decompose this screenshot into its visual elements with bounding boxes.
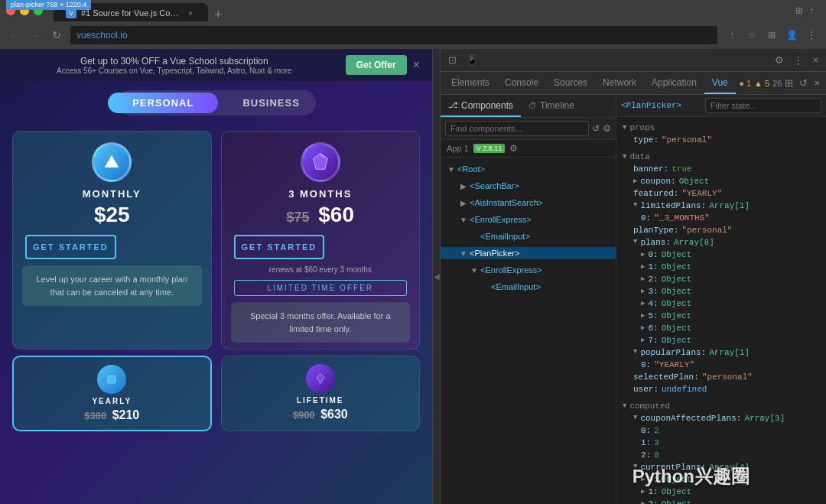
couponaffectedplans-expand[interactable]: ▼ (633, 414, 637, 421)
data-plans-4-row: ▶ 4: Object (623, 298, 820, 310)
devtools-close2-btn[interactable]: × (811, 76, 823, 90)
tree-item-aisinstantsearch[interactable]: ▶ <AisInstantSearch> (441, 194, 616, 211)
computed-expand-arrow: ▼ (623, 402, 626, 410)
yearly-plan-card[interactable]: YEARLY $300 $210 (12, 356, 212, 431)
data-selectedplan-val: "personal" (702, 372, 753, 382)
filter-state-input[interactable] (705, 98, 821, 113)
prop-type-val: "personal" (662, 135, 712, 145)
enroll1-tag: <EnrollExpress> (470, 215, 532, 224)
devtools-dock-btn[interactable]: ⊞ (782, 76, 796, 90)
forward-btn[interactable]: → (28, 28, 43, 43)
vue-component-tree-panel: ⎇ Components ⏱ Timeline ↺ ⚙ (441, 95, 616, 504)
props-label: props (629, 123, 655, 132)
url-bar[interactable]: vueschool.io (70, 26, 717, 44)
data-featured-val: "YEARLY" (681, 189, 722, 198)
data-banner-val: true (672, 164, 691, 174)
tree-item-enrollexpress2[interactable]: ▼ <EnrollExpress> (441, 262, 616, 278)
coupon-expand[interactable]: ▶ (633, 177, 637, 185)
devtools-device-btn[interactable]: 📱 (463, 53, 481, 67)
devtools-tab-elements[interactable]: Elements (444, 73, 497, 94)
limitedplans-expand[interactable]: ▼ (633, 201, 637, 209)
plans-expand[interactable]: ▼ (633, 238, 637, 245)
browser-window: V #1 Source for Vue.js Courses × + ⊞ ↑ ←… (0, 0, 826, 504)
devtools-tab-console[interactable]: Console (497, 73, 546, 94)
currentplans-expand[interactable]: ▼ (633, 463, 637, 470)
currentplans-type: Array[4] (709, 463, 750, 472)
data-popularplans-type: Array[1] (709, 348, 750, 357)
monthly-plan-card: MONTHLY $25 GET STARTED Level up your ca… (12, 131, 212, 350)
promo-main-text: Get up to 30% OFF a Vue School subscript… (12, 56, 337, 67)
personal-tab[interactable]: PERSONAL (108, 93, 218, 113)
devtools-more-btn[interactable]: ⋮ (790, 53, 806, 67)
extensions-icon[interactable]: ⊞ (763, 27, 780, 44)
data-plans-2-row: ▶ 2: Object (623, 273, 820, 285)
data-featured-key: featured: (633, 189, 678, 198)
monthly-plan-header: MONTHLY $25 (13, 132, 211, 235)
monthly-get-started-btn[interactable]: GET STARTED (25, 235, 116, 259)
couponaffectedplans-key: couponAffectedPlans: (640, 414, 741, 423)
devtools-inspect-btn[interactable]: ⊡ (445, 53, 460, 67)
searchbar-tag: <SearchBar> (470, 181, 519, 190)
devtools-refresh-btn[interactable]: ↺ (796, 76, 811, 90)
monthly-plan-icon (92, 142, 132, 182)
refresh-btn[interactable]: ↻ (49, 28, 64, 43)
tree-item-emailinput1[interactable]: <EmailInput> (441, 228, 616, 245)
vue-app-label: App 1 (447, 144, 469, 153)
computed-section: ▼ computed ▼ couponAffectedPlans: Array[… (623, 400, 820, 504)
business-tab[interactable]: BUSINESS (218, 93, 324, 113)
computed-currentplans-row: ▼ currentPlans: Array[4] (623, 461, 820, 473)
vue-timeline-tab[interactable]: ⏱ Timeline (521, 95, 582, 117)
bottom-plans-row: YEARLY $300 $210 LIFETIME (0, 356, 432, 437)
profile-icon[interactable]: 👤 (783, 27, 800, 44)
props-section: ▼ props type: "personal" (623, 122, 820, 146)
devtools-tab-sources[interactable]: Sources (546, 73, 595, 94)
menu-icon[interactable]: ⋮ (803, 27, 820, 44)
main-area: plan-picker 768 × 1220.4 Get up to 30% O… (0, 49, 826, 504)
devtools-collapse-handle[interactable]: ◀ (432, 49, 440, 504)
couponaffectedplans-type: Array[3] (744, 414, 785, 423)
promo-offer-btn[interactable]: Get Offer (346, 55, 407, 75)
data-plans-7-row: ▶ 7: Object (623, 334, 820, 346)
devtools-tab-vue[interactable]: Vue (704, 73, 736, 94)
lifetime-plan-price: $900 $630 (229, 408, 412, 421)
enroll2-tag: <EnrollExpress> (480, 265, 542, 275)
components-icon: ⎇ (448, 100, 458, 110)
promo-close-btn[interactable]: × (413, 58, 420, 72)
window-share-icon: ↑ (809, 5, 814, 16)
vue-app-row: App 1 V 2.6.11 ⚙ (441, 140, 616, 158)
new-tab-btn[interactable]: + (208, 7, 229, 23)
component-tree: ▼ <Root> ▶ <SearchBar> (441, 158, 616, 504)
devtools-settings-btn[interactable]: ⚙ (772, 53, 787, 67)
data-section-header: ▼ data (623, 151, 820, 163)
tree-item-searchbar[interactable]: ▶ <SearchBar> (441, 177, 616, 194)
couponaffected-1-row: 1: 3 (623, 437, 820, 449)
refresh-components-btn[interactable]: ↺ (592, 123, 600, 134)
nav-bar: ← → ↻ vueschool.io ↑ ☆ ⊞ 👤 ⋮ (0, 21, 826, 49)
back-btn[interactable]: ← (6, 28, 21, 43)
tree-item-root[interactable]: ▼ <Root> (441, 161, 616, 177)
popularplans-expand[interactable]: ▼ (633, 348, 637, 356)
find-components-input[interactable] (445, 121, 589, 136)
promo-sub-text: Access 56+ Courses on Vue, Typescript, T… (12, 67, 337, 75)
devtools-tab-application[interactable]: Application (644, 73, 704, 94)
tab-close-btn[interactable]: × (185, 8, 196, 18)
tree-item-enrollexpress1[interactable]: ▼ <EnrollExpress> (441, 211, 616, 228)
tree-item-emailinput2[interactable]: <EmailInput> (441, 278, 616, 295)
devtools-close-btn[interactable]: × (809, 53, 821, 67)
computed-label: computed (629, 402, 670, 411)
data-section: ▼ data banner: true ▶ coupon: Object (623, 151, 820, 395)
breadcrumb-component: <PlanPicker> (621, 101, 681, 110)
tree-item-planpicker[interactable]: ▼ <PlanPicker> (441, 245, 616, 262)
data-coupon-type: Object (679, 177, 710, 186)
webpage-panel: plan-picker 768 × 1220.4 Get up to 30% O… (0, 49, 432, 504)
root-arrow: ▼ (447, 165, 456, 174)
devtools-tab-network[interactable]: Network (595, 73, 644, 94)
lifetime-plan-card[interactable]: LIFETIME $900 $630 (221, 356, 421, 431)
three-months-get-started-btn[interactable]: GET STARTED (234, 235, 325, 259)
vue-app-settings-btn[interactable]: ⚙ (509, 143, 518, 154)
bookmark-icon[interactable]: ☆ (743, 27, 760, 44)
vue-components-tab[interactable]: ⎇ Components (441, 95, 521, 117)
devtools-panel: ⊡ 📱 ⚙ ⋮ × Elements Console Sources Netwo… (440, 49, 826, 504)
share-icon[interactable]: ↑ (724, 27, 740, 44)
settings-components-btn[interactable]: ⚙ (603, 123, 611, 134)
